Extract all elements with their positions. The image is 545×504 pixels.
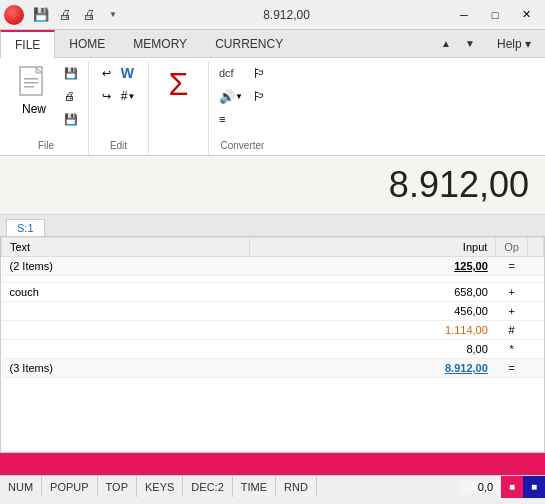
hash-arrow: ▼ — [127, 92, 135, 101]
ribbon-nav-next[interactable]: ▼ — [459, 33, 481, 55]
svg-rect-2 — [24, 78, 38, 80]
redo-btn[interactable]: ↪ — [98, 85, 115, 107]
new-button[interactable]: New — [10, 62, 58, 120]
ribbon-nav-prev[interactable]: ▲ — [435, 33, 457, 55]
ribbon: New 💾 🖨 💾 File ↩ — [0, 58, 545, 156]
cell-scroll — [528, 283, 544, 302]
speaker-row-btn[interactable]: 🔊 ▼ — [215, 85, 247, 107]
sigma-btn[interactable]: Σ — [157, 62, 201, 106]
save-qat-btn[interactable]: 💾 — [30, 4, 52, 26]
cell-op: = — [496, 257, 528, 276]
col-header-input: Input — [250, 238, 496, 257]
flag2-btn[interactable]: 🏳 — [249, 85, 270, 107]
speaker-arrow: ▼ — [235, 92, 243, 101]
table-row: 1.114,00 # — [2, 321, 544, 340]
cell-scroll — [528, 276, 544, 283]
display-value: 8.912,00 — [389, 164, 529, 205]
col-header-op: Op — [496, 238, 528, 257]
table-wrapper[interactable]: Text Input Op (2 Items) 125,00 = — [1, 237, 544, 452]
edit-format-col: W # ▼ — [117, 62, 140, 107]
app-icon — [4, 5, 24, 25]
col-header-text: Text — [2, 238, 250, 257]
cell-text — [2, 302, 250, 321]
print2-qat-btn[interactable]: 🖨 — [78, 4, 100, 26]
cell-op: # — [496, 321, 528, 340]
status-rnd[interactable]: RND — [276, 476, 317, 497]
status-time[interactable]: TIME — [233, 476, 276, 497]
status-popup[interactable]: POPUP — [42, 476, 98, 497]
pink-bar — [0, 453, 545, 475]
tab-currency[interactable]: CURRENCY — [201, 30, 297, 58]
ribbon-group-converter-content: dcf 🔊 ▼ ≡ 🏳 🏳 — [215, 62, 270, 138]
print-qat-btn[interactable]: 🖨 — [54, 4, 76, 26]
save-btn[interactable]: 💾 — [60, 62, 82, 84]
cell-input — [250, 276, 496, 283]
close-btn[interactable]: ✕ — [511, 4, 541, 26]
display-area: 8.912,00 — [0, 156, 545, 215]
col-header-scroll — [528, 238, 544, 257]
ribbon-group-edit: ↩ ↪ W # ▼ Edit — [89, 62, 149, 155]
status-num[interactable]: NUM — [0, 476, 42, 497]
group-label-file: File — [38, 138, 54, 155]
hash-btn[interactable]: # ▼ — [117, 85, 140, 107]
sigma-icon: Σ — [169, 66, 189, 103]
quick-access-toolbar: 💾 🖨 🖨 ▼ — [30, 4, 124, 26]
undo-btn[interactable]: ↩ — [98, 62, 115, 84]
status-top[interactable]: TOP — [98, 476, 137, 497]
tab-help[interactable]: Help ▾ — [483, 30, 545, 58]
converter-col: dcf 🔊 ▼ ≡ — [215, 62, 247, 130]
word-btn[interactable]: W — [117, 62, 140, 84]
dropdown-qat-btn[interactable]: ▼ — [102, 4, 124, 26]
ribbon-nav: ▲ ▼ Help ▾ — [435, 30, 545, 57]
status-dec[interactable]: DEC:2 — [183, 476, 232, 497]
status-blue-btn[interactable]: ■ — [523, 476, 545, 498]
ribbon-group-sigma-content: Σ — [157, 62, 201, 149]
cell-scroll — [528, 340, 544, 359]
group-label-edit: Edit — [110, 138, 127, 155]
cell-scroll — [528, 359, 544, 378]
cell-op: + — [496, 302, 528, 321]
status-keys[interactable]: KEYS — [137, 476, 183, 497]
ribbon-tabs: FILE HOME MEMORY CURRENCY ▲ ▼ Help ▾ — [0, 30, 545, 58]
print-btn[interactable]: 🖨 — [60, 85, 82, 107]
table-row: 8,00 * — [2, 340, 544, 359]
cell-text: (2 Items) — [2, 257, 250, 276]
tab-file[interactable]: FILE — [0, 30, 55, 58]
status-right: 0,0 ■ ■ — [461, 476, 545, 497]
cell-text: (3 Items) — [2, 359, 250, 378]
flag2-icon: 🏳 — [253, 89, 266, 104]
speaker-icon: 🔊 — [219, 89, 235, 104]
save2-btn[interactable]: 💾 — [60, 108, 82, 130]
cell-text — [2, 340, 250, 359]
sheet-tab-s1[interactable]: S:1 — [6, 219, 45, 236]
tab-memory[interactable]: MEMORY — [119, 30, 201, 58]
cell-input: 8.912,00 — [250, 359, 496, 378]
table-row: (3 Items) 8.912,00 = — [2, 359, 544, 378]
minimize-btn[interactable]: ─ — [449, 4, 479, 26]
equalizer-btn[interactable]: ≡ — [215, 108, 247, 130]
new-label: New — [22, 102, 46, 116]
svg-rect-4 — [24, 86, 34, 88]
dcf-btn[interactable]: dcf — [215, 62, 247, 84]
cell-input: 658,00 — [250, 283, 496, 302]
cell-text — [2, 276, 250, 283]
dcf-icon: dcf — [219, 67, 234, 79]
status-red-btn[interactable]: ■ — [501, 476, 523, 498]
cell-op — [496, 276, 528, 283]
cell-op: = — [496, 359, 528, 378]
tab-home[interactable]: HOME — [55, 30, 119, 58]
cell-op: + — [496, 283, 528, 302]
cell-op: * — [496, 340, 528, 359]
window-controls: ─ □ ✕ — [449, 4, 541, 26]
cell-input: 1.114,00 — [250, 321, 496, 340]
cell-input: 125,00 — [250, 257, 496, 276]
ribbon-group-sigma: Σ — [149, 62, 209, 155]
flag-btn[interactable]: 🏳 — [249, 62, 270, 84]
svg-rect-3 — [24, 82, 38, 84]
hash-icon: # — [121, 89, 128, 103]
table-row: couch 658,00 + — [2, 283, 544, 302]
equalizer-icon: ≡ — [219, 113, 225, 125]
ribbon-group-file-content: New 💾 🖨 💾 — [10, 62, 82, 138]
maximize-btn[interactable]: □ — [480, 4, 510, 26]
redo-icon: ↪ — [102, 90, 111, 103]
